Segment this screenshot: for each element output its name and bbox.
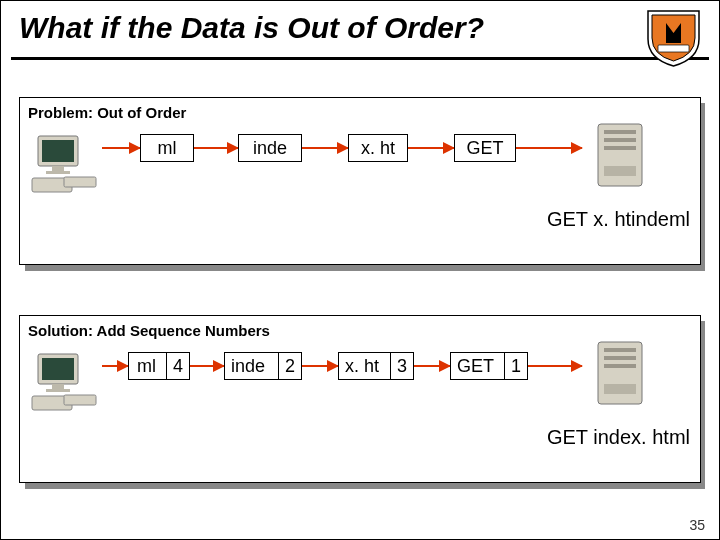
arrow-icon [190,365,224,367]
packet-text: GET [457,356,494,377]
svg-rect-17 [64,395,96,405]
packet-box: inde 2 [224,352,302,380]
arrow-icon [194,147,238,149]
packet-text: inde [253,138,287,159]
problem-panel: Problem: Out of Order ml inde x. ht GET [19,97,701,265]
server-icon [590,120,650,192]
packet-seq: 1 [504,353,527,379]
title-underline [11,57,709,60]
arrow-icon [102,365,128,367]
packet-box: GET [454,134,516,162]
svg-rect-13 [42,358,74,380]
problem-row: ml inde x. ht GET [30,134,690,194]
packet-box: inde [238,134,302,162]
solution-panel: Solution: Add Sequence Numbers ml 4 [19,315,701,483]
packet-box: x. ht 3 [338,352,414,380]
svg-rect-9 [604,138,636,142]
packet-seq: 2 [278,353,301,379]
slide-title: What if the Data is Out of Order? [19,11,701,45]
arrow-icon [516,147,582,149]
arrow-icon [302,365,338,367]
packet-text: x. ht [361,138,395,159]
svg-rect-2 [42,140,74,162]
arrow-icon [414,365,450,367]
arrow-icon [408,147,454,149]
page-number: 35 [689,517,705,533]
svg-rect-15 [46,389,70,392]
slide: What if the Data is Out of Order? Proble… [0,0,720,540]
svg-rect-4 [46,171,70,174]
arrow-icon [302,147,348,149]
packet-seq: 4 [166,353,189,379]
packet-text: GET [466,138,503,159]
packet-text: ml [137,356,156,377]
packet-text: x. ht [345,356,379,377]
svg-rect-0 [658,45,689,52]
princeton-logo [646,9,701,67]
svg-rect-22 [604,384,636,394]
solution-result: GET index. html [547,426,690,449]
svg-rect-10 [604,146,636,150]
problem-result: GET x. htindeml [547,208,690,231]
svg-rect-14 [52,384,64,389]
svg-rect-21 [604,364,636,368]
svg-rect-20 [604,356,636,360]
solution-label: Solution: Add Sequence Numbers [28,322,270,339]
svg-rect-19 [604,348,636,352]
svg-rect-11 [604,166,636,176]
packet-text: inde [231,356,265,377]
packet-seq: 3 [390,353,413,379]
computer-icon [30,352,102,412]
svg-rect-3 [52,166,64,171]
problem-label: Problem: Out of Order [28,104,186,121]
server-icon [590,338,650,410]
title-area: What if the Data is Out of Order? [1,1,719,51]
arrow-icon [102,147,140,149]
solution-row: ml 4 inde 2 x. ht 3 GET 1 [30,352,690,412]
svg-rect-8 [604,130,636,134]
arrow-icon [528,365,582,367]
packet-box: ml [140,134,194,162]
packet-box: GET 1 [450,352,528,380]
packet-box: x. ht [348,134,408,162]
computer-icon [30,134,102,194]
packet-text: ml [158,138,177,159]
svg-rect-6 [64,177,96,187]
packet-box: ml 4 [128,352,190,380]
